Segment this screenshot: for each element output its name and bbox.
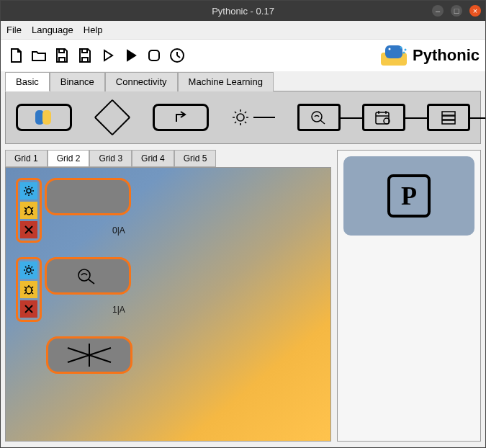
cog-icon <box>230 107 251 127</box>
svg-point-20 <box>26 287 32 294</box>
run-icon[interactable] <box>122 45 140 66</box>
window-title: Pythonic - 0.17 <box>212 6 274 17</box>
tab-binance[interactable]: Binance <box>50 72 105 91</box>
node-delete-button[interactable] <box>20 300 37 318</box>
close-icon <box>23 224 35 236</box>
workspace: Grid 1 Grid 2 Grid 3 Grid 4 Grid 5 0|A <box>1 150 485 447</box>
svg-point-7 <box>403 52 405 54</box>
side-panel: P <box>337 150 481 442</box>
python-logo-icon <box>379 42 408 68</box>
svg-point-4 <box>389 48 391 50</box>
python-logo-icon <box>34 109 54 126</box>
menu-help[interactable]: Help <box>84 24 103 35</box>
brand-logo: Pythonic <box>379 42 480 68</box>
svg-point-11 <box>312 112 322 122</box>
close-button[interactable]: × <box>469 5 481 17</box>
grid-tab-5[interactable]: Grid 5 <box>174 150 217 167</box>
gear-icon <box>23 185 35 197</box>
tab-connectivity[interactable]: Connectivity <box>105 72 178 91</box>
svg-point-1 <box>171 49 184 62</box>
palette-item-branch[interactable] <box>94 99 131 136</box>
menu-file[interactable]: File <box>6 24 22 35</box>
svg-rect-15 <box>442 116 455 120</box>
status-badge: P <box>387 174 431 218</box>
category-tabs: Basic Binance Connectivity Machine Learn… <box>5 71 481 91</box>
palette-item-stack[interactable] <box>427 104 470 131</box>
palette-item-exec[interactable] <box>16 104 72 131</box>
timer-icon[interactable] <box>168 45 186 66</box>
grid-tab-1[interactable]: Grid 1 <box>5 150 48 167</box>
palette-item-scan[interactable] <box>297 104 341 131</box>
svg-point-5 <box>400 47 402 49</box>
grid-tabs: Grid 1 Grid 2 Grid 3 Grid 4 Grid 5 <box>5 150 331 167</box>
magnify-icon <box>76 266 100 285</box>
svg-point-13 <box>384 118 390 124</box>
stop-icon[interactable] <box>145 45 163 66</box>
minimize-button[interactable]: – <box>432 5 444 17</box>
calendar-icon <box>374 109 393 125</box>
close-icon <box>23 303 35 315</box>
node-config-button[interactable] <box>20 182 37 200</box>
palette-item-schedule[interactable] <box>362 104 405 131</box>
status-preview: P <box>343 156 474 236</box>
tab-machine-learning[interactable]: Machine Learning <box>178 72 274 91</box>
node-0-coord: 0|A <box>112 225 125 236</box>
svg-rect-12 <box>376 112 389 124</box>
window-controls: – □ × <box>432 5 481 17</box>
bug-icon <box>23 284 35 295</box>
svg-point-10 <box>237 114 244 121</box>
node-1-coord: 1|A <box>112 305 125 315</box>
palette <box>5 91 481 144</box>
svg-point-17 <box>27 189 31 193</box>
node-1-body[interactable] <box>45 257 131 295</box>
svg-rect-3 <box>385 45 402 58</box>
svg-rect-9 <box>42 110 51 125</box>
brand-name: Pythonic <box>413 46 480 65</box>
svg-point-19 <box>27 268 31 272</box>
open-folder-icon[interactable] <box>30 45 48 66</box>
grid-tab-3[interactable]: Grid 3 <box>89 150 132 167</box>
return-icon <box>171 109 191 126</box>
svg-rect-8 <box>35 110 44 125</box>
tab-basic[interactable]: Basic <box>5 72 50 91</box>
grid-tab-2[interactable]: Grid 2 <box>48 150 90 167</box>
menu-language[interactable]: Language <box>32 24 73 35</box>
svg-rect-14 <box>442 112 455 115</box>
svg-rect-2 <box>381 53 407 66</box>
node-debug-button[interactable] <box>20 202 37 219</box>
palette-item-settings[interactable] <box>230 107 275 127</box>
bug-icon <box>23 205 35 216</box>
svg-point-6 <box>405 49 407 51</box>
window-titlebar: Pythonic - 0.17 – □ × <box>1 1 485 21</box>
svg-point-21 <box>78 269 90 281</box>
maximize-button[interactable]: □ <box>451 5 462 17</box>
toolbar: Pythonic <box>1 40 485 71</box>
node-debug-button[interactable] <box>20 281 37 298</box>
grid-tab-4[interactable]: Grid 4 <box>132 150 174 167</box>
run-step-icon[interactable] <box>99 45 117 66</box>
save-as-icon[interactable] <box>76 45 94 66</box>
node-0-body[interactable] <box>45 178 131 215</box>
placeholder-node[interactable] <box>46 336 132 374</box>
toolbar-icons <box>6 45 186 66</box>
node-config-button[interactable] <box>20 261 37 279</box>
svg-rect-16 <box>442 120 455 124</box>
node-1-controls <box>16 257 42 322</box>
canvas[interactable]: 0|A 1|A <box>5 167 331 442</box>
node-delete-button[interactable] <box>20 221 37 238</box>
placeholder-icon <box>60 341 118 369</box>
diamond-icon <box>94 99 131 136</box>
stack-icon <box>439 109 458 125</box>
grid-panel: Grid 1 Grid 2 Grid 3 Grid 4 Grid 5 0|A <box>5 150 331 442</box>
svg-point-18 <box>26 207 32 215</box>
svg-rect-0 <box>149 50 159 61</box>
magnify-icon <box>310 109 328 125</box>
node-0-controls <box>16 178 42 243</box>
save-icon[interactable] <box>53 45 71 66</box>
palette-item-return[interactable] <box>153 104 209 131</box>
new-file-icon[interactable] <box>6 45 25 66</box>
gear-icon <box>23 264 35 276</box>
menu-bar: File Language Help <box>1 21 485 40</box>
